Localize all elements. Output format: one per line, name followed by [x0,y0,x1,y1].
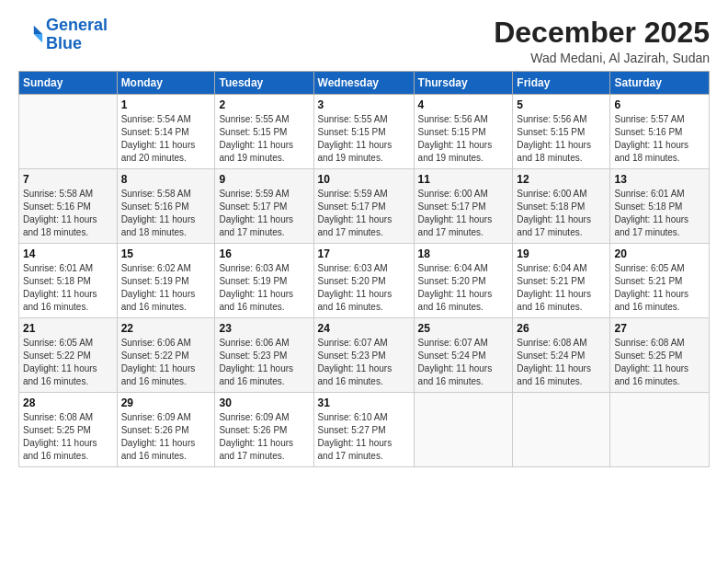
day-info: Sunrise: 6:01 AM Sunset: 5:18 PM Dayligh… [614,188,705,239]
month-title: December 2025 [494,17,710,49]
day-info: Sunrise: 6:08 AM Sunset: 5:25 PM Dayligh… [614,337,705,388]
day-cell: 6Sunrise: 5:57 AM Sunset: 5:16 PM Daylig… [610,95,710,169]
day-number: 14 [23,247,113,260]
day-number: 17 [318,247,410,260]
day-info: Sunrise: 6:00 AM Sunset: 5:17 PM Dayligh… [418,188,509,239]
day-number: 28 [23,396,113,409]
day-info: Sunrise: 6:00 AM Sunset: 5:18 PM Dayligh… [517,188,606,239]
day-cell: 25Sunrise: 6:07 AM Sunset: 5:24 PM Dayli… [414,318,513,393]
day-cell: 1Sunrise: 5:54 AM Sunset: 5:14 PM Daylig… [117,95,215,169]
day-cell: 29Sunrise: 6:09 AM Sunset: 5:26 PM Dayli… [117,393,215,467]
day-cell: 4Sunrise: 5:56 AM Sunset: 5:15 PM Daylig… [414,95,513,169]
svg-marker-0 [34,26,42,34]
day-cell: 11Sunrise: 6:00 AM Sunset: 5:17 PM Dayli… [414,169,513,244]
day-cell: 13Sunrise: 6:01 AM Sunset: 5:18 PM Dayli… [610,169,710,244]
day-number: 16 [219,247,309,260]
day-number: 8 [121,173,211,186]
day-cell: 10Sunrise: 5:59 AM Sunset: 5:17 PM Dayli… [313,169,414,244]
logo-icon [18,22,44,48]
location: Wad Medani, Al Jazirah, Sudan [494,51,710,65]
day-number: 31 [318,396,410,409]
day-info: Sunrise: 6:04 AM Sunset: 5:21 PM Dayligh… [517,262,606,314]
day-number: 12 [517,173,606,186]
day-info: Sunrise: 6:03 AM Sunset: 5:20 PM Dayligh… [318,262,410,314]
header-cell-tuesday: Tuesday [215,72,313,95]
day-number: 30 [219,396,309,409]
day-info: Sunrise: 6:02 AM Sunset: 5:19 PM Dayligh… [121,262,211,314]
day-info: Sunrise: 5:58 AM Sunset: 5:16 PM Dayligh… [121,188,211,239]
header-cell-wednesday: Wednesday [313,72,414,95]
day-cell: 26Sunrise: 6:08 AM Sunset: 5:24 PM Dayli… [513,318,610,393]
day-cell: 8Sunrise: 5:58 AM Sunset: 5:16 PM Daylig… [117,169,215,244]
day-info: Sunrise: 5:56 AM Sunset: 5:15 PM Dayligh… [418,113,509,165]
day-info: Sunrise: 6:01 AM Sunset: 5:18 PM Dayligh… [23,262,113,314]
day-info: Sunrise: 6:05 AM Sunset: 5:22 PM Dayligh… [23,337,113,388]
week-row-1: 1Sunrise: 5:54 AM Sunset: 5:14 PM Daylig… [19,95,710,169]
day-cell: 9Sunrise: 5:59 AM Sunset: 5:17 PM Daylig… [215,169,313,244]
day-cell: 21Sunrise: 6:05 AM Sunset: 5:22 PM Dayli… [19,318,118,393]
header-row: SundayMondayTuesdayWednesdayThursdayFrid… [19,72,710,95]
day-number: 29 [121,396,211,409]
day-info: Sunrise: 5:57 AM Sunset: 5:16 PM Dayligh… [614,113,705,165]
day-info: Sunrise: 6:07 AM Sunset: 5:23 PM Dayligh… [318,337,410,388]
logo: General Blue [18,17,108,53]
day-cell: 5Sunrise: 5:56 AM Sunset: 5:15 PM Daylig… [513,95,610,169]
logo-line1: General [46,16,108,34]
day-cell: 15Sunrise: 6:02 AM Sunset: 5:19 PM Dayli… [117,244,215,318]
day-number: 24 [318,322,410,335]
day-info: Sunrise: 5:56 AM Sunset: 5:15 PM Dayligh… [517,113,606,165]
week-row-2: 7Sunrise: 5:58 AM Sunset: 5:16 PM Daylig… [19,169,710,244]
day-number: 23 [219,322,309,335]
header-cell-monday: Monday [117,72,215,95]
day-number: 9 [219,173,309,186]
day-cell [513,393,610,467]
day-info: Sunrise: 6:09 AM Sunset: 5:26 PM Dayligh… [121,411,211,463]
day-info: Sunrise: 6:06 AM Sunset: 5:23 PM Dayligh… [219,337,309,388]
day-cell: 23Sunrise: 6:06 AM Sunset: 5:23 PM Dayli… [215,318,313,393]
day-cell [414,393,513,467]
day-cell: 31Sunrise: 6:10 AM Sunset: 5:27 PM Dayli… [313,393,414,467]
day-cell: 30Sunrise: 6:09 AM Sunset: 5:26 PM Dayli… [215,393,313,467]
header: General Blue December 2025 Wad Medani, A… [18,17,710,65]
day-cell: 3Sunrise: 5:55 AM Sunset: 5:15 PM Daylig… [313,95,414,169]
day-number: 7 [23,173,113,186]
day-cell: 22Sunrise: 6:06 AM Sunset: 5:22 PM Dayli… [117,318,215,393]
week-row-3: 14Sunrise: 6:01 AM Sunset: 5:18 PM Dayli… [19,244,710,318]
day-info: Sunrise: 6:10 AM Sunset: 5:27 PM Dayligh… [318,411,410,463]
header-cell-saturday: Saturday [610,72,710,95]
day-number: 2 [219,98,309,111]
day-cell: 16Sunrise: 6:03 AM Sunset: 5:19 PM Dayli… [215,244,313,318]
svg-marker-1 [34,34,42,42]
day-info: Sunrise: 6:03 AM Sunset: 5:19 PM Dayligh… [219,262,309,314]
day-info: Sunrise: 6:05 AM Sunset: 5:21 PM Dayligh… [614,262,705,314]
day-number: 19 [517,247,606,260]
logo-line2: Blue [46,34,82,52]
day-info: Sunrise: 5:55 AM Sunset: 5:15 PM Dayligh… [219,113,309,165]
day-info: Sunrise: 6:07 AM Sunset: 5:24 PM Dayligh… [418,337,509,388]
day-info: Sunrise: 6:08 AM Sunset: 5:25 PM Dayligh… [23,411,113,463]
day-cell: 14Sunrise: 6:01 AM Sunset: 5:18 PM Dayli… [19,244,118,318]
day-cell [610,393,710,467]
day-info: Sunrise: 5:58 AM Sunset: 5:16 PM Dayligh… [23,188,113,239]
header-cell-sunday: Sunday [19,72,118,95]
week-row-4: 21Sunrise: 6:05 AM Sunset: 5:22 PM Dayli… [19,318,710,393]
day-info: Sunrise: 6:09 AM Sunset: 5:26 PM Dayligh… [219,411,309,463]
page: General Blue December 2025 Wad Medani, A… [0,0,728,563]
day-cell: 28Sunrise: 6:08 AM Sunset: 5:25 PM Dayli… [19,393,118,467]
day-number: 18 [418,247,509,260]
day-info: Sunrise: 5:59 AM Sunset: 5:17 PM Dayligh… [318,188,410,239]
day-cell: 19Sunrise: 6:04 AM Sunset: 5:21 PM Dayli… [513,244,610,318]
day-number: 13 [614,173,705,186]
day-cell: 7Sunrise: 5:58 AM Sunset: 5:16 PM Daylig… [19,169,118,244]
day-cell: 18Sunrise: 6:04 AM Sunset: 5:20 PM Dayli… [414,244,513,318]
day-cell: 20Sunrise: 6:05 AM Sunset: 5:21 PM Dayli… [610,244,710,318]
day-number: 10 [318,173,410,186]
day-number: 26 [517,322,606,335]
day-number: 4 [418,98,509,111]
day-info: Sunrise: 5:54 AM Sunset: 5:14 PM Dayligh… [121,113,211,165]
day-info: Sunrise: 6:06 AM Sunset: 5:22 PM Dayligh… [121,337,211,388]
day-cell: 24Sunrise: 6:07 AM Sunset: 5:23 PM Dayli… [313,318,414,393]
day-number: 6 [614,98,705,111]
day-info: Sunrise: 6:04 AM Sunset: 5:20 PM Dayligh… [418,262,509,314]
day-number: 21 [23,322,113,335]
